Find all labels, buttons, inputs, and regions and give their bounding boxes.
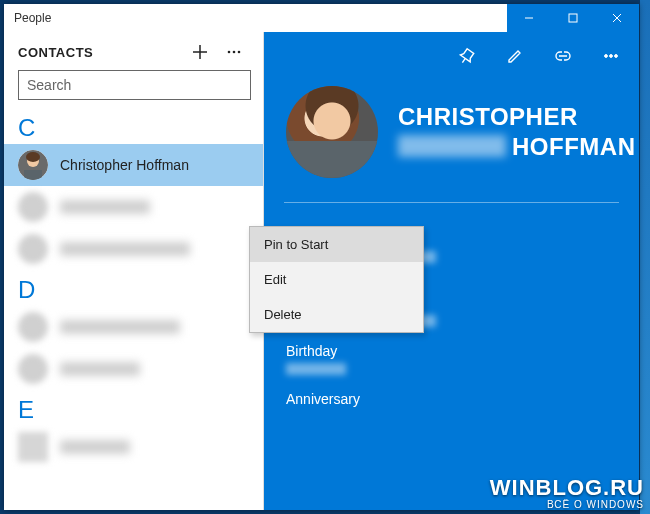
contacts-heading: CONTACTS <box>18 45 183 60</box>
field-value-redacted <box>286 363 346 375</box>
avatar <box>18 234 48 264</box>
name-lastname: HOFFMAN <box>512 133 635 160</box>
contact-avatar-large <box>286 86 378 178</box>
contact-row[interactable] <box>4 348 263 390</box>
contact-row[interactable] <box>4 186 263 228</box>
pin-icon <box>458 47 476 65</box>
link-icon <box>552 47 574 65</box>
contact-name-redacted <box>60 362 140 376</box>
link-button[interactable] <box>543 40 583 72</box>
field-label: Anniversary <box>286 391 619 407</box>
context-menu: Pin to Start Edit Delete <box>249 226 424 333</box>
svg-point-2 <box>233 51 236 54</box>
search-input[interactable] <box>18 70 251 100</box>
contacts-list[interactable]: C Christopher Hoffman D <box>4 108 263 510</box>
ellipsis-icon <box>602 47 620 65</box>
name-line1: CHRISTOPHER <box>398 102 635 132</box>
avatar <box>18 192 48 222</box>
field-label: Birthday <box>286 343 619 359</box>
svg-point-9 <box>610 55 613 58</box>
contact-name-redacted <box>60 200 150 214</box>
contacts-sidebar: CONTACTS C <box>4 32 264 510</box>
svg-point-6 <box>26 152 40 162</box>
contact-full-name: CHRISTOPHER HOFFMAN <box>398 102 635 162</box>
field-anniversary[interactable]: Anniversary <box>286 391 619 407</box>
add-contact-button[interactable] <box>183 35 217 69</box>
pin-button[interactable] <box>447 40 487 72</box>
svg-rect-7 <box>24 170 42 180</box>
plus-icon <box>191 43 209 61</box>
people-app-window: People CONTACTS <box>4 4 639 510</box>
name-middle-redacted <box>398 135 506 157</box>
contact-row[interactable]: Christopher Hoffman <box>4 144 263 186</box>
close-button[interactable] <box>595 4 639 32</box>
avatar <box>18 354 48 384</box>
minimize-button[interactable] <box>507 4 551 32</box>
svg-rect-0 <box>569 14 577 22</box>
more-button[interactable] <box>591 40 631 72</box>
watermark: WINBLOG.RU ВСЁ О WINDOWS <box>490 475 644 510</box>
svg-point-1 <box>228 51 231 54</box>
menu-item-pin-to-start[interactable]: Pin to Start <box>250 227 423 262</box>
contact-name-redacted <box>60 440 130 454</box>
titlebar: People <box>4 4 639 32</box>
svg-point-3 <box>238 51 241 54</box>
avatar <box>18 312 48 342</box>
edit-button[interactable] <box>495 40 535 72</box>
desktop-background-strip <box>640 0 650 514</box>
sidebar-header: CONTACTS <box>4 32 263 70</box>
contact-name-redacted <box>60 320 180 334</box>
letter-header[interactable]: D <box>4 270 263 306</box>
detail-toolbar <box>447 32 639 74</box>
letter-header[interactable]: C <box>4 108 263 144</box>
pencil-icon <box>506 47 524 65</box>
menu-item-edit[interactable]: Edit <box>250 262 423 297</box>
field-birthday[interactable]: Birthday <box>286 343 619 375</box>
contact-row[interactable] <box>4 426 263 468</box>
contact-row[interactable] <box>4 306 263 348</box>
svg-point-8 <box>605 55 608 58</box>
watermark-line1: WINBLOG.RU <box>490 475 644 501</box>
letter-header[interactable]: E <box>4 390 263 426</box>
name-line2: HOFFMAN <box>398 132 635 162</box>
window-controls <box>507 4 639 32</box>
menu-item-delete[interactable]: Delete <box>250 297 423 332</box>
contact-row[interactable] <box>4 228 263 270</box>
avatar <box>18 150 48 180</box>
maximize-button[interactable] <box>551 4 595 32</box>
more-options-button[interactable] <box>217 35 251 69</box>
svg-point-10 <box>615 55 618 58</box>
avatar <box>18 432 48 462</box>
ellipsis-icon <box>225 43 243 61</box>
contact-name: Christopher Hoffman <box>60 157 189 173</box>
contact-name-redacted <box>60 242 190 256</box>
window-title: People <box>4 11 264 25</box>
